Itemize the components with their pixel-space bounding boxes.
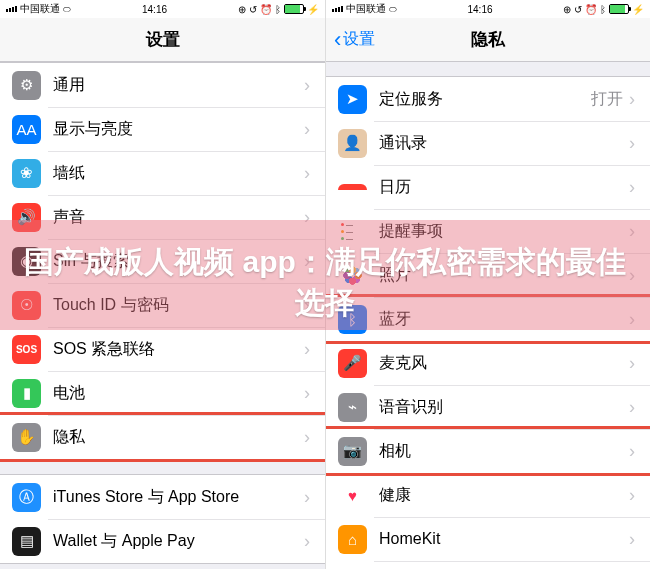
nav-title: 设置 [146, 28, 180, 51]
row-siri[interactable]: ◉Siri 与搜索› [0, 239, 325, 283]
row-battery[interactable]: ▮电池› [0, 371, 325, 415]
signal-icon [332, 6, 343, 12]
chevron-right-icon: › [304, 339, 310, 360]
row-label: 麦克风 [379, 353, 629, 374]
row-label: iTunes Store 与 App Store [53, 487, 304, 508]
nav-bar: ‹ 设置 隐私 [326, 18, 650, 62]
chevron-right-icon: › [304, 163, 310, 184]
contacts-icon: 👤 [338, 129, 367, 158]
status-time: 14:16 [467, 4, 492, 15]
row-label: HomeKit [379, 530, 629, 548]
location-icon: ➤ [338, 85, 367, 114]
orientation-lock-icon: ⊕ [563, 4, 571, 15]
nav-title: 隐私 [471, 28, 505, 51]
row-label: 显示与亮度 [53, 119, 304, 140]
chevron-right-icon: › [629, 133, 635, 154]
chevron-right-icon: › [304, 487, 310, 508]
location-icon: ↺ [574, 4, 582, 15]
row-health[interactable]: ♥健康› [326, 473, 650, 517]
row-touchid[interactable]: ☉Touch ID 与密码› [0, 283, 325, 327]
row-display[interactable]: AA显示与亮度› [0, 107, 325, 151]
row-location[interactable]: ➤定位服务打开› [326, 77, 650, 121]
row-reminders[interactable]: ———提醒事项› [326, 209, 650, 253]
row-homekit[interactable]: ⌂HomeKit› [326, 517, 650, 561]
chevron-right-icon: › [629, 221, 635, 242]
row-label: Touch ID 与密码 [53, 295, 304, 316]
chevron-right-icon: › [304, 295, 310, 316]
charging-icon: ⚡ [632, 4, 644, 15]
row-label: 墙纸 [53, 163, 304, 184]
row-label: 声音 [53, 207, 304, 228]
chevron-right-icon: › [304, 119, 310, 140]
sound-icon: 🔊 [12, 203, 41, 232]
battery-icon [609, 4, 629, 14]
microphone-icon: 🎤 [338, 349, 367, 378]
row-label: 定位服务 [379, 89, 591, 110]
row-label: 蓝牙 [379, 309, 629, 330]
row-wallet[interactable]: ▤Wallet 与 Apple Pay› [0, 519, 325, 563]
privacy-icon: ✋ [12, 423, 41, 452]
row-contacts[interactable]: 👤通讯录› [326, 121, 650, 165]
settings-list[interactable]: ⚙通用›AA显示与亮度›❀墙纸›🔊声音›◉Siri 与搜索›☉Touch ID … [0, 62, 325, 569]
chevron-right-icon: › [629, 309, 635, 330]
chevron-right-icon: › [304, 383, 310, 404]
phone-left: 中国联通 ⬭ 14:16 ⊕ ↺ ⏰ ᛒ ⚡ 设置 ⚙通用›AA显示与亮度›❀墙… [0, 0, 325, 569]
wifi-icon: ⬭ [63, 4, 71, 15]
chevron-right-icon: › [629, 89, 635, 110]
row-label: 隐私 [53, 427, 304, 448]
chevron-right-icon: › [629, 529, 635, 550]
siri-icon: ◉ [12, 247, 41, 276]
row-sos[interactable]: SOSSOS 紧急联络› [0, 327, 325, 371]
row-label: 提醒事项 [379, 221, 629, 242]
row-appstore[interactable]: ⒶiTunes Store 与 App Store› [0, 475, 325, 519]
touchid-icon: ☉ [12, 291, 41, 320]
row-label: Siri 与搜索 [53, 251, 304, 272]
chevron-right-icon: › [629, 177, 635, 198]
bluetooth-icon: ᛒ [275, 4, 281, 15]
row-speech[interactable]: ⌁语音识别› [326, 385, 650, 429]
status-right: ⊕ ↺ ⏰ ᛒ ⚡ [238, 4, 319, 15]
wifi-icon: ⬭ [389, 4, 397, 15]
wallet-icon: ▤ [12, 527, 41, 556]
row-privacy[interactable]: ✋隐私› [0, 415, 325, 459]
bluetooth-icon: ᛒ [600, 4, 606, 15]
chevron-right-icon: › [304, 427, 310, 448]
speech-icon: ⌁ [338, 393, 367, 422]
row-calendar[interactable]: 日历› [326, 165, 650, 209]
camera-icon: 📷 [338, 437, 367, 466]
status-right: ⊕ ↺ ⏰ ᛒ ⚡ [563, 4, 644, 15]
bluetooth-icon: ᛒ [338, 305, 367, 334]
row-bluetooth[interactable]: ᛒ蓝牙› [326, 297, 650, 341]
row-label: SOS 紧急联络 [53, 339, 304, 360]
chevron-right-icon: › [304, 75, 310, 96]
nav-bar: 设置 [0, 18, 325, 62]
chevron-left-icon: ‹ [334, 29, 341, 51]
row-camera[interactable]: 📷相机› [326, 429, 650, 473]
chevron-right-icon: › [629, 353, 635, 374]
row-sound[interactable]: 🔊声音› [0, 195, 325, 239]
row-microphone[interactable]: 🎤麦克风› [326, 341, 650, 385]
row-label: 通用 [53, 75, 304, 96]
health-icon: ♥ [338, 481, 367, 510]
battery-icon [284, 4, 304, 14]
general-icon: ⚙ [12, 71, 41, 100]
sos-icon: SOS [12, 335, 41, 364]
reminders-icon: ——— [338, 217, 367, 246]
row-wallpaper[interactable]: ❀墙纸› [0, 151, 325, 195]
chevron-right-icon: › [629, 265, 635, 286]
homekit-icon: ⌂ [338, 525, 367, 554]
row-label: Wallet 与 Apple Pay [53, 531, 304, 552]
privacy-list[interactable]: ➤定位服务打开›👤通讯录›日历›———提醒事项›照片›ᛒ蓝牙›🎤麦克风›⌁语音识… [326, 62, 650, 569]
row-label: 电池 [53, 383, 304, 404]
back-button[interactable]: ‹ 设置 [334, 29, 375, 51]
row-label: 健康 [379, 485, 629, 506]
calendar-icon [338, 173, 367, 202]
row-music[interactable]: ♫媒体与 Apple Music› [326, 561, 650, 569]
row-general[interactable]: ⚙通用› [0, 63, 325, 107]
row-photos[interactable]: 照片› [326, 253, 650, 297]
row-label: 相机 [379, 441, 629, 462]
back-label: 设置 [343, 29, 375, 50]
chevron-right-icon: › [304, 251, 310, 272]
row-label: 语音识别 [379, 397, 629, 418]
status-bar: 中国联通 ⬭ 14:16 ⊕ ↺ ⏰ ᛒ ⚡ [326, 0, 650, 18]
